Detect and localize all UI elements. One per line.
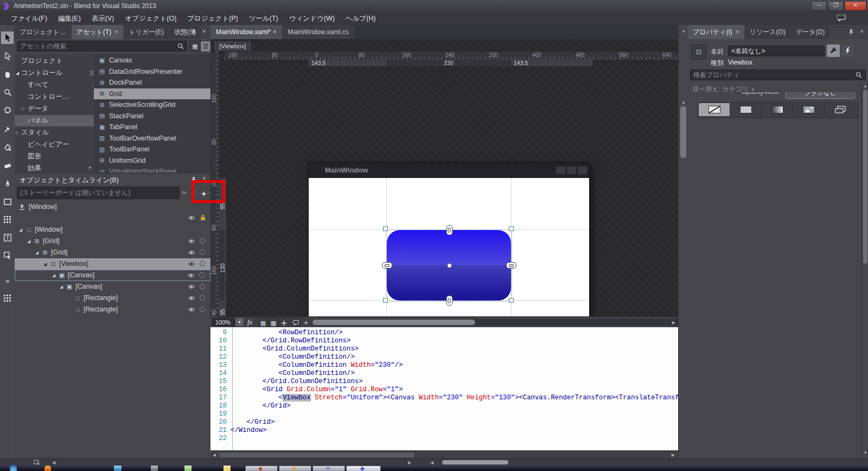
list-view-button[interactable]: ☰ <box>200 41 212 52</box>
selection-handle-top-left[interactable] <box>383 226 388 231</box>
fx-effects-button[interactable]: fx <box>247 318 252 327</box>
category-control[interactable]: コントロー…3 <box>15 91 94 103</box>
grid-row-measure[interactable]: 95 <box>219 300 226 316</box>
snap-grid-button[interactable]: ▦ <box>258 318 268 328</box>
asset-item[interactable]: ▣TabPanel <box>94 122 203 133</box>
asset-item[interactable]: ▤DataGridRowsPresenter <box>94 66 203 78</box>
menu-item-window[interactable]: ウィンドウ(W) <box>284 12 340 25</box>
lock-slot-icon[interactable] <box>200 284 205 289</box>
design-client-area[interactable] <box>309 178 589 316</box>
scroll-right-icon[interactable]: ▶ <box>672 320 675 326</box>
asset-search-input[interactable]: アセットの検索 <box>17 41 187 52</box>
selection-handle-top-right[interactable] <box>509 226 514 231</box>
taskbar-app-icon[interactable] <box>151 466 158 471</box>
rectangle-tool[interactable] <box>1 195 14 208</box>
tree-item-canvas1[interactable]: ◢▣[Canvas] <box>15 270 210 281</box>
lock-slot-icon[interactable] <box>200 307 205 312</box>
eye-icon[interactable] <box>188 284 195 289</box>
taskbar-app-icon[interactable] <box>114 466 122 471</box>
tree-item-rectangle2[interactable]: □[Rectangle] <box>15 304 210 315</box>
image-brush-icon[interactable] <box>793 103 825 116</box>
text-tool[interactable]: T <box>1 231 14 244</box>
category-shapes[interactable]: 図形18 <box>15 151 94 162</box>
storyboard-picker[interactable]: (ストーリーボードは開いていません) <box>17 187 180 199</box>
tab-assets[interactable]: アセット(T)× <box>72 25 123 39</box>
eye-icon[interactable] <box>188 250 195 255</box>
asset-item-selected[interactable]: ⊞Grid <box>94 88 210 100</box>
collapse-icon[interactable]: ▼ <box>681 29 686 35</box>
lock-slot-icon[interactable] <box>200 295 205 301</box>
scroll-down-icon[interactable]: ▼ <box>88 166 92 171</box>
eye-icon[interactable] <box>188 239 195 244</box>
menu-item-file[interactable]: ファイル(F) <box>5 12 53 25</box>
scroll-up-icon[interactable]: ▲ <box>681 100 686 105</box>
category-all[interactable]: すべて120 <box>15 79 94 91</box>
taskbar-window-button[interactable] <box>312 466 345 471</box>
property-mode-wrench-button[interactable] <box>827 44 840 57</box>
tree-item-viewbox-selected[interactable]: ◢⊡[Viewbox] <box>15 258 210 270</box>
pin-icon[interactable] <box>848 29 854 35</box>
taskbar-window-button[interactable] <box>245 466 278 471</box>
scroll-up-icon[interactable]: ▲ <box>862 84 868 89</box>
element-name-input[interactable]: <名前なし> <box>728 46 825 56</box>
selection-handle-bottom-right[interactable] <box>509 298 514 303</box>
asset-shape-tool[interactable] <box>1 249 14 262</box>
more-tools-chevron[interactable]: » <box>1 275 14 287</box>
selection-tool[interactable] <box>1 31 14 44</box>
category-behaviors[interactable]: ビヘイビアー14 <box>15 139 94 150</box>
gradient-brush-icon[interactable] <box>762 103 793 116</box>
editor-bottom-scrollbar[interactable]: ◀ ▶ <box>210 450 678 459</box>
asset-item[interactable]: ▥ToolBarPanel <box>94 144 203 155</box>
pin-icon[interactable] <box>191 29 196 35</box>
taskbar-window-button[interactable] <box>279 466 311 471</box>
tree-item-rectangle1[interactable]: □[Rectangle] <box>15 292 210 304</box>
paint-bucket-tool[interactable] <box>1 141 14 154</box>
lock-slot-icon[interactable] <box>199 272 205 278</box>
taskbar-app-icon[interactable] <box>184 466 192 471</box>
scroll-left-icon[interactable]: ◀ <box>304 320 307 326</box>
menu-item-help[interactable]: ヘルプ(H) <box>340 12 381 25</box>
design-window[interactable]: MainWindow <box>309 163 589 316</box>
zoom-dropdown-icon[interactable]: ▼ <box>235 318 244 326</box>
asset-item[interactable]: ⊞UniformGrid <box>94 155 203 167</box>
eye-icon[interactable] <box>187 273 195 278</box>
taskbar-app-icon[interactable] <box>224 466 231 471</box>
tab-close-icon[interactable]: × <box>736 28 739 36</box>
taskbar-window-button-active[interactable] <box>346 466 381 471</box>
assets-grid-button[interactable] <box>1 292 14 304</box>
menu-item-edit[interactable]: 編集(E) <box>53 12 86 25</box>
direct-selection-tool[interactable] <box>1 50 14 62</box>
eye-icon[interactable] <box>188 296 195 301</box>
asset-item[interactable]: ▤StackPanel <box>94 111 203 122</box>
snap-snaplines-button[interactable] <box>279 318 289 328</box>
tab-data[interactable]: データ(D) <box>791 25 829 39</box>
panel-close-icon[interactable]: × <box>860 28 864 35</box>
category-styles[interactable]: ▷スタイル <box>15 127 94 138</box>
asset-item[interactable]: ▤VirtualizingStackPanel <box>94 166 203 173</box>
category-effects[interactable]: 効果15 <box>15 163 94 173</box>
design-surface[interactable]: [Viewbox] 160 80 0 80 160 240 320 400 48… <box>210 39 678 316</box>
scroll-down-icon[interactable]: ▼ <box>863 450 867 456</box>
category-project[interactable]: プロジェクト <box>15 55 94 67</box>
tab-projects[interactable]: プロジェクト… <box>15 25 71 39</box>
scroll-right-icon[interactable]: ▶ <box>672 453 675 458</box>
selection-center-dot[interactable] <box>447 263 452 268</box>
category-data[interactable]: ▷データ1 <box>15 103 94 114</box>
category-controls[interactable]: ◢コントロール33 <box>15 67 94 79</box>
pen-tool[interactable] <box>1 177 14 190</box>
asset-item[interactable]: ⊞DockPanel <box>94 77 203 88</box>
tree-item-canvas2[interactable]: ◢▣[Canvas] <box>15 281 210 292</box>
scroll-left-icon[interactable]: ◀ <box>213 453 216 458</box>
events-lightning-button[interactable] <box>841 44 854 57</box>
zoom-level-select[interactable]: 100% <box>212 318 235 326</box>
eyedropper-tool[interactable] <box>1 123 14 136</box>
maximize-button[interactable]: ❐ <box>828 1 844 11</box>
eraser-tool[interactable] <box>1 159 14 171</box>
minimize-button[interactable]: ─ <box>811 1 827 11</box>
grid-column-measure[interactable]: 230 <box>386 60 512 66</box>
brush-resource-icon[interactable] <box>825 103 856 116</box>
solid-brush-icon[interactable] <box>730 103 762 116</box>
asset-item[interactable]: ⊞SelectiveScrollingGrid <box>94 99 203 111</box>
asset-item[interactable]: ▣Canvas <box>94 55 203 66</box>
menu-item-tools[interactable]: ツール(T) <box>244 12 284 25</box>
